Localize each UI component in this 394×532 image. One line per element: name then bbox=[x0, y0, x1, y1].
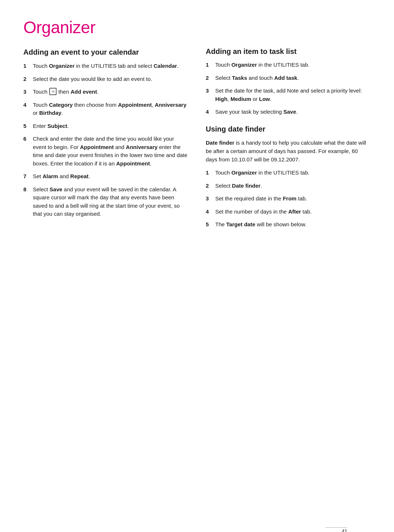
list-item: 5 The Target date will be shown below. bbox=[206, 220, 371, 229]
step-number: 1 bbox=[23, 62, 29, 70]
step-text: Check and enter the date and the time yo… bbox=[33, 135, 188, 168]
step-text: Set Alarm and Repeat. bbox=[33, 172, 188, 181]
date-finder-description: Date finder is a handy tool to help you … bbox=[206, 138, 371, 164]
right-column: Adding an item to task list 1 Touch Orga… bbox=[206, 47, 371, 238]
step-text: The Target date will be shown below. bbox=[215, 220, 371, 229]
step-text: Set the date for the task, add Note and … bbox=[215, 87, 371, 103]
step-text: Set the required date in the From tab. bbox=[215, 195, 371, 203]
step-number: 8 bbox=[23, 185, 29, 218]
step-number: 4 bbox=[206, 208, 212, 216]
step-number: 3 bbox=[206, 87, 212, 103]
step-text: Touch Organizer in the UTILITIES tab and… bbox=[33, 62, 188, 70]
list-item: 4 Save your task by selecting Save. bbox=[206, 108, 371, 116]
list-item: 3 Set the required date in the From tab. bbox=[206, 195, 371, 203]
page-number: 41 bbox=[341, 528, 347, 532]
step-text: Save your task by selecting Save. bbox=[215, 108, 371, 116]
section-title-tasks: Adding an item to task list bbox=[206, 47, 371, 56]
step-number: 7 bbox=[23, 172, 29, 181]
step-text: Select Date finder. bbox=[215, 182, 371, 190]
step-text: Select Save and your event will be saved… bbox=[33, 185, 188, 218]
step-number: 3 bbox=[206, 195, 212, 203]
page-divider bbox=[325, 527, 347, 528]
task-steps-list: 1 Touch Organizer in the UTILITIES tab. … bbox=[206, 61, 371, 116]
step-number: 1 bbox=[206, 61, 212, 69]
list-item: 1 Touch Organizer in the UTILITIES tab. bbox=[206, 169, 371, 177]
section-title-calendar: Adding an event to your calendar bbox=[23, 47, 188, 57]
section-title-date-finder: Using date finder bbox=[206, 125, 371, 133]
list-item: 1 Touch Organizer in the UTILITIES tab a… bbox=[23, 62, 188, 70]
step-number: 2 bbox=[23, 75, 29, 83]
list-item: 8 Select Save and your event will be sav… bbox=[23, 185, 188, 218]
step-text: Set the number of days in the After tab. bbox=[215, 208, 371, 216]
step-number: 5 bbox=[23, 122, 29, 130]
page-title: Organizer bbox=[23, 17, 371, 37]
page-wrapper: Organizer Adding an event to your calend… bbox=[23, 17, 371, 532]
list-item: 3 Touch ≏ then Add event. bbox=[23, 88, 188, 96]
step-text: Select Tasks and touch Add task. bbox=[215, 74, 371, 82]
list-item: 2 Select Tasks and touch Add task. bbox=[206, 74, 371, 82]
step-number: 3 bbox=[23, 88, 29, 96]
step-number: 4 bbox=[206, 108, 212, 116]
step-text-part: Touch bbox=[33, 88, 47, 96]
list-item: 3 Set the date for the task, add Note an… bbox=[206, 87, 371, 103]
step-text: Touch Organizer in the UTILITIES tab. bbox=[215, 61, 371, 69]
date-finder-steps-list: 1 Touch Organizer in the UTILITIES tab. … bbox=[206, 169, 371, 229]
list-item: 2 Select Date finder. bbox=[206, 182, 371, 190]
step-number: 2 bbox=[206, 74, 212, 82]
list-item: 6 Check and enter the date and the time … bbox=[23, 135, 188, 168]
step-text-part: then Add event. bbox=[58, 88, 98, 96]
step-text: Enter Subject. bbox=[33, 122, 188, 130]
calendar-steps-list: 1 Touch Organizer in the UTILITIES tab a… bbox=[23, 62, 188, 218]
list-item: 7 Set Alarm and Repeat. bbox=[23, 172, 188, 181]
step-text: Select the date you would like to add an… bbox=[33, 75, 188, 83]
list-item: 4 Set the number of days in the After ta… bbox=[206, 208, 371, 216]
step-number: 4 bbox=[23, 101, 29, 117]
step-text: Touch Organizer in the UTILITIES tab. bbox=[215, 169, 371, 177]
step-number: 2 bbox=[206, 182, 212, 190]
step-number: 5 bbox=[206, 220, 212, 229]
list-item: 1 Touch Organizer in the UTILITIES tab. bbox=[206, 61, 371, 69]
step-text: Touch Category then choose from Appointm… bbox=[33, 101, 188, 117]
left-column: Adding an event to your calendar 1 Touch… bbox=[23, 47, 188, 238]
step-number: 1 bbox=[206, 169, 212, 177]
step-number: 6 bbox=[23, 135, 29, 168]
list-item: 4 Touch Category then choose from Appoin… bbox=[23, 101, 188, 117]
two-column-layout: Adding an event to your calendar 1 Touch… bbox=[23, 47, 371, 238]
list-item: 2 Select the date you would like to add … bbox=[23, 75, 188, 83]
calendar-icon: ≏ bbox=[49, 88, 57, 95]
step-text: Touch ≏ then Add event. bbox=[33, 88, 188, 96]
list-item: 5 Enter Subject. bbox=[23, 122, 188, 130]
